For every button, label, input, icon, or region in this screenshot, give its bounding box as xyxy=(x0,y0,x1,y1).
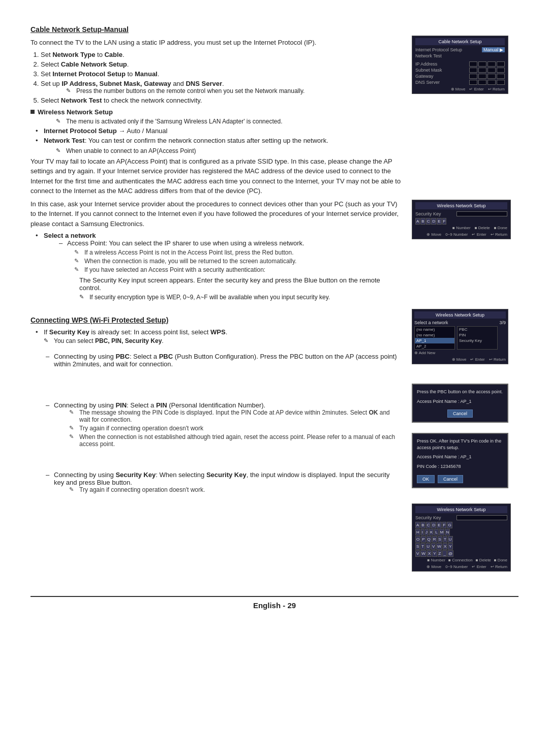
subnet-cell-2 xyxy=(478,68,486,73)
cable-ip-inputs xyxy=(469,61,505,67)
cable-section: Cable Network Setup-Manual To connect th… xyxy=(30,20,518,304)
cable-ui-row2: Network Test xyxy=(415,53,505,58)
ws2-options: ■ Number ■ Connection ■ Delete ■ Done xyxy=(415,558,507,562)
cable-footer-move: ⊕ Move xyxy=(451,87,466,91)
ws2-enter: ↵ Enter xyxy=(472,564,486,569)
cable-ui-gateway: Gateway xyxy=(415,74,505,79)
ws2-return: ↩ Return xyxy=(491,564,507,569)
pbc-dialog: Press the PBC button on the access point… xyxy=(412,384,508,423)
security-key-input[interactable] xyxy=(456,211,507,216)
cable-main: Cable Network Setup-Manual To connect th… xyxy=(30,20,402,304)
ws2-done-option: ■ Done xyxy=(494,558,507,562)
wireless-bullet2: Network Test: You can test or confirm th… xyxy=(36,137,402,144)
ws2-move: ⊕ Move xyxy=(426,564,441,569)
wireless-note2: When unable to connect to an AP(Access P… xyxy=(56,147,402,154)
page-footer: English - 29 xyxy=(30,596,518,610)
pbc-button-container: Cancel xyxy=(417,407,503,418)
ws-footer-number: 0~9 Number xyxy=(445,232,468,237)
wps-dash2-list: Connecting by using PIN: Select a PIN (P… xyxy=(46,401,402,448)
net-item-ap2[interactable]: AP_2 xyxy=(415,343,454,349)
ws2-key-input[interactable] xyxy=(456,515,507,520)
cable-ui-network-test-label: Network Test xyxy=(415,53,442,58)
wps-bullet1: If Security Key is already set: In acces… xyxy=(36,328,402,344)
pin-dialog: Press OK. After input TV's Pin code in t… xyxy=(412,433,508,488)
net-opt-sk[interactable]: Security Key xyxy=(458,338,497,343)
ws2-delete-option: ■ Delete xyxy=(476,558,491,562)
cable-step-4: Set up IP Address, Subnet Mask, Gateway … xyxy=(41,80,402,94)
wps-sk-notes: Try again if connecting operation doesn'… xyxy=(69,486,402,493)
ip-cell-4 xyxy=(497,61,505,67)
sk-A: A xyxy=(415,218,420,225)
wps-dash1: Connecting by using PBC: Select a PBC (P… xyxy=(46,353,402,368)
net-item-ap1[interactable]: AP_1 xyxy=(415,338,454,343)
cable-ui-title: Cable Network Setup xyxy=(415,38,505,45)
cable-footer-enter: ↵ Enter xyxy=(469,87,483,91)
wireless-security-title: Wireless Network Setup xyxy=(415,202,507,209)
gw-cell-2 xyxy=(478,74,486,79)
net-item-1[interactable]: (no name) xyxy=(415,327,454,332)
pin-cancel-button[interactable]: Cancel xyxy=(438,475,463,483)
nf-return: ↩ Return xyxy=(489,357,506,362)
cable-ui-protocol-value: Manual ▶ xyxy=(482,47,505,52)
net-item-2[interactable]: (no name) xyxy=(415,332,454,338)
gateway-inputs xyxy=(469,74,505,79)
cable-ui-protocol-label: Internet Protocol Setup xyxy=(415,47,462,52)
network-select-ui: Wireless Network Setup Select a network … xyxy=(412,309,508,364)
ws-footer-move: ⊕ Move xyxy=(426,232,441,237)
dns-cell-2 xyxy=(478,80,486,85)
add-new-btn[interactable]: ⊕ Add New xyxy=(414,351,435,355)
network-header-row: Select a network 3/9 xyxy=(414,320,506,325)
network-columns: (no name) (no name) AP_1 AP_2 PBC PIN Se… xyxy=(414,326,506,350)
ws-footer-return: ↩ Return xyxy=(491,232,507,237)
wps-bullet-list: If Security Key is already set: In acces… xyxy=(36,328,402,344)
ws2-key-label: Security Key xyxy=(415,515,441,520)
network-select-title: Wireless Network Setup xyxy=(414,311,506,319)
wps-dash2: Connecting by using PIN: Select a PIN (P… xyxy=(46,401,402,448)
wps-dash3-list: Connecting by using Security Key: When s… xyxy=(46,471,402,493)
network-list: (no name) (no name) AP_1 AP_2 xyxy=(414,326,455,350)
cable-intro: To connect the TV to the LAN using a sta… xyxy=(30,38,402,48)
dns-cell-3 xyxy=(487,80,496,85)
cable-footer-return: ↩ Return xyxy=(488,87,505,91)
cable-ui-subnet: Subnet Mask xyxy=(415,68,505,73)
security-key-row: Security Key xyxy=(415,211,507,216)
subnet-cell-1 xyxy=(469,68,477,73)
footer-text: English - 29 xyxy=(253,601,296,610)
net-opt-pbc[interactable]: PBC xyxy=(458,327,497,332)
sk-number-option: ■ Number xyxy=(452,226,471,230)
wps-main: Connecting WPS (Wi-Fi Protected Setup) I… xyxy=(30,309,402,496)
wireless-para1: Your TV may fail to locate an AP(Access … xyxy=(30,156,402,196)
gw-cell-3 xyxy=(487,74,496,79)
wireless-sub-title: Wireless Network Setup xyxy=(30,108,402,116)
ws2-footer: ⊕ Move 0~9 Number ↵ Enter ↩ Return xyxy=(415,564,507,569)
cable-ui-dns: DNS Server xyxy=(415,80,505,85)
wireless-security-ui: Wireless Network Setup Security Key ABCD… xyxy=(412,200,511,239)
ap-note6: If security encryption type is WEP, 0~9,… xyxy=(79,294,402,301)
wps-note4: When the connection is not established a… xyxy=(69,433,402,448)
sk-delete-option: ■ Delete xyxy=(475,226,490,230)
ap-note4: When the connection is made, you will be… xyxy=(74,258,402,265)
cable-step-3: Set Internet Protocol Setup to Manual. xyxy=(41,70,402,78)
cable-steps-list: Set Network Type to Cable. Select Cable … xyxy=(41,51,402,104)
pin-dialog-buttons: OK Cancel xyxy=(417,473,503,483)
pbc-cancel-button[interactable]: Cancel xyxy=(447,410,473,418)
wps-note1: You can select PBC, PIN, Security Key. xyxy=(44,337,402,344)
security-key-label: Security Key xyxy=(415,211,441,216)
cable-ui-footer: ⊕ Move ↵ Enter ↩ Return xyxy=(415,87,505,91)
ws2-row2: HIJKLMN xyxy=(415,529,507,536)
sk-B: B xyxy=(420,218,425,225)
wps-pin-notes: The message showing the PIN Code is disp… xyxy=(69,409,402,448)
ws-footer-enter: ↵ Enter xyxy=(472,232,486,237)
net-opt-pin[interactable]: PIN xyxy=(458,332,497,338)
wps-dash-list: Connecting by using PBC: Select a PBC (P… xyxy=(46,353,402,368)
wireless-bullets: Internet Protocol Setup → Auto / Manual … xyxy=(36,127,402,144)
sk-D: D xyxy=(431,218,436,225)
ip-cell-3 xyxy=(487,61,496,67)
ap-notes: If a wireless Access Point is not in the… xyxy=(74,249,402,273)
pin-ok-button[interactable]: OK xyxy=(417,475,435,483)
wps-section: Connecting WPS (Wi-Fi Protected Setup) I… xyxy=(30,309,518,576)
access-point-list: Access Point: You can select the IP shar… xyxy=(59,239,402,273)
select-network-item: Select a network Access Point: You can s… xyxy=(36,232,402,301)
ws2-row3: OPQRSTU xyxy=(415,536,507,543)
ap-note3: If a wireless Access Point is not in the… xyxy=(74,249,402,256)
